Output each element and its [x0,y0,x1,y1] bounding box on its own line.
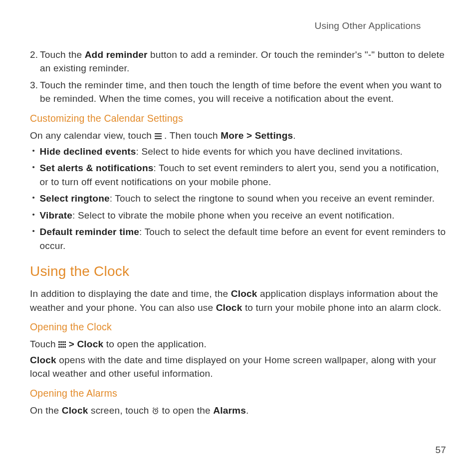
bullet-text: : Select to vibrate the mobile phone whe… [72,210,395,221]
text-fragment: On any calendar view, touch [30,130,155,141]
bullet-hide-declined: Hide declined events: Select to hide eve… [32,145,447,159]
svg-line-19 [157,408,158,409]
svg-rect-2 [155,138,162,139]
step-text: Touch the Add reminder button to add a r… [40,49,445,74]
bullet-select-ringtone: Select ringtone: Touch to select the rin… [32,192,447,206]
clock-path-label: > Clock [69,339,104,349]
more-settings-label: More > Settings [221,130,293,141]
page-number: 57 [435,443,446,457]
text-fragment: . [293,130,295,141]
step-3: 3. Touch the reminder time, and then tou… [30,78,446,106]
svg-rect-7 [58,344,60,345]
svg-rect-1 [155,136,162,137]
text-fragment: In addition to displaying the date and t… [30,288,231,299]
heading-opening-alarms: Opening the Alarms [30,386,446,400]
text-fragment: . Then touch [164,130,221,141]
step-text: Touch the reminder time, and then touch … [40,80,442,104]
text-fragment: . [246,405,248,416]
bullet-text: : Touch to select the ringtone to sound … [110,193,435,204]
bullet-label: Set alerts & notifications [40,163,154,173]
settings-bullet-list: Hide declined events: Select to hide eve… [30,145,446,253]
svg-line-18 [153,408,154,409]
bullet-text: : Select to hide events for which you ha… [136,146,403,157]
svg-rect-11 [58,346,60,348]
text-fragment: Touch [30,339,58,349]
text-fragment: to open the [162,405,214,416]
intro-calendar-settings: On any calendar view, touch . Then touch… [30,129,446,143]
menu-icon [155,133,162,139]
svg-rect-3 [58,341,60,343]
text-fragment: to turn your mobile phone into an alarm … [242,302,441,313]
opening-alarms-line: On the Clock screen, touch to open the A… [30,404,446,418]
text-fragment: Touch the [40,49,85,60]
svg-rect-10 [64,344,66,345]
svg-rect-12 [60,346,62,348]
clock-intro: In addition to displaying the date and t… [30,287,446,314]
opening-clock-line2: Clock opens with the date and time displ… [30,353,446,381]
bullet-label: Hide declined events [40,146,136,157]
add-reminder-label: Add reminder [85,49,148,60]
clock-label: Clock [30,355,56,365]
clock-label: Clock [216,302,242,313]
alarm-icon [152,407,159,415]
bullet-default-reminder: Default reminder time: Touch to select t… [32,225,447,252]
app-grid-icon [58,341,66,348]
step-2: 2. Touch the Add reminder button to add … [30,48,446,75]
svg-rect-0 [155,133,162,134]
heading-opening-clock: Opening the Clock [30,320,446,334]
text-fragment: On the [30,405,62,416]
page-header: Using Other Applications [30,19,446,33]
clock-label: Clock [62,405,88,416]
bullet-set-alerts: Set alerts & notifications: Touch to set… [32,161,447,189]
svg-rect-9 [62,344,64,345]
text-fragment: to open the application. [103,339,207,349]
heading-customizing-calendar: Customizing the Calendar Settings [30,111,446,125]
bullet-label: Vibrate [40,210,72,221]
step-number: 2. [30,48,38,62]
heading-using-clock: Using the Clock [30,261,446,282]
text-fragment: screen, touch [88,405,152,416]
svg-rect-4 [60,341,62,343]
clock-label: Clock [231,288,257,299]
svg-rect-13 [62,346,64,348]
text-fragment: opens with the date and time displayed o… [30,355,437,379]
bullet-vibrate: Vibrate: Select to vibrate the mobile ph… [32,209,447,223]
bullet-label: Default reminder time [40,227,140,237]
bullet-label: Select ringtone [40,193,110,204]
svg-rect-14 [64,346,66,348]
numbered-steps: 2. Touch the Add reminder button to add … [30,48,446,106]
alarms-label: Alarms [213,405,246,416]
svg-rect-8 [60,344,62,345]
opening-clock-line1: Touch > Clock to open the application. [30,337,446,351]
svg-rect-6 [64,341,66,343]
svg-rect-5 [62,341,64,343]
step-number: 3. [30,78,38,92]
svg-line-17 [156,412,157,412]
